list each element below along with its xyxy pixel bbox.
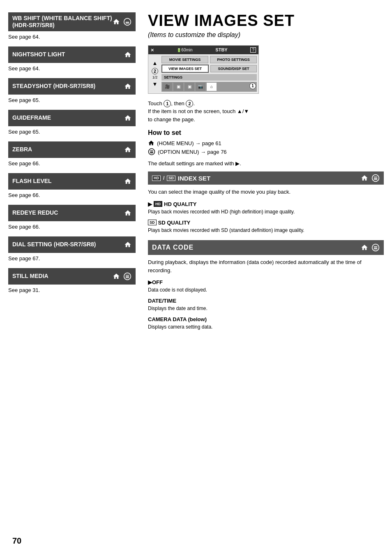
still-media-note: See page 31. (8, 287, 136, 293)
camera-ui-row1: MOVIE SETTINGS PHOTO SETTINGS (161, 56, 257, 63)
icon-btn-2: ▣ (173, 83, 183, 91)
icon-btn-1: 🎥 (162, 83, 172, 91)
date-time-item: DATE/TIME Displays the date and time. (148, 298, 384, 312)
camera-x-button: × (151, 47, 154, 53)
guideframe-note: See page 65. (8, 129, 136, 135)
default-settings-note: The default settings are marked with ▶. (148, 160, 384, 167)
option-icon-index (371, 174, 380, 182)
sd-badge: SD (167, 176, 175, 181)
index-set-icons (361, 174, 380, 182)
redeye-title: REDEYE REDUC (12, 209, 58, 216)
settings-label: SETTINGS (161, 74, 257, 81)
still-media-header: STILL MEDIA (8, 268, 136, 285)
camera-ui-content: ▲ 2 1/2 ▼ MOVIE SETTINGS PHOTO SETTINGS … (150, 56, 257, 92)
nightshot-title: NIGHTSHOT LIGHT (12, 51, 65, 58)
camera-ui-buttons: MOVIE SETTINGS PHOTO SETTINGS VIEW IMAGE… (161, 56, 257, 92)
dial-setting-header: DIAL SETTING (HDR-SR7/SR8) (8, 236, 136, 253)
circle-1-badge: 1 (249, 83, 256, 89)
arrow-down: ▼ (152, 81, 158, 87)
hd-quality-item: ▶ HD HD QUALITY Plays back movies record… (148, 201, 384, 215)
data-code-icons (361, 243, 380, 252)
page-indicator: 1/2 (152, 75, 158, 79)
off-desc: Data code is not displayed. (148, 287, 384, 294)
wb-shift-icons (113, 18, 131, 26)
zebra-header: ZEBRA (8, 141, 136, 158)
still-media-icons (113, 272, 131, 280)
guideframe-header: GUIDEFRAME (8, 110, 136, 126)
icon-btn-3: ▣ (184, 83, 194, 91)
how-to-set-section: How to set (HOME MENU) → page 61 (OPTION… (148, 129, 384, 155)
hd-default-marker: ▶ (148, 201, 152, 207)
page-title: VIEW IMAGES SET (148, 12, 384, 30)
badge-separator: / (163, 175, 164, 181)
camera-data-label: CAMERA DATA (below) (148, 316, 207, 322)
right-column: VIEW IMAGES SET (Items to customize the … (144, 12, 384, 546)
date-time-label: DATE/TIME (148, 298, 176, 304)
camera-data-title: CAMERA DATA (below) (148, 316, 384, 322)
wb-shift-header: WB SHIFT (White Balance Shift) (HDR-SR7/… (8, 12, 136, 31)
camera-stby: STBY (215, 47, 227, 52)
option-icon-2 (123, 272, 131, 280)
flash-level-title: FLASH LEVEL (12, 178, 52, 185)
movie-settings-btn: MOVIE SETTINGS (161, 56, 208, 63)
home-icon-6 (124, 178, 131, 185)
wb-shift-title: WB SHIFT (White Balance Shift) (HDR-SR7/… (12, 15, 113, 29)
sd-quality-badge: SD (148, 220, 157, 225)
home-icon-9 (113, 273, 120, 280)
camera-data-desc: Displays camera setting data. (148, 324, 384, 331)
camera-ui-bottom-icons: 🎥 ▣ ▣ 📷 ⌂ 1 (161, 82, 257, 92)
home-menu-icon (148, 140, 154, 146)
steadyshot-header: STEADYSHOT (HDR-SR7/SR8) (8, 78, 136, 95)
dial-setting-title: DIAL SETTING (HDR-SR7/SR8) (12, 241, 96, 248)
camera-battery: 🔋60min (177, 48, 192, 52)
arrow-up: ▲ (152, 60, 158, 66)
date-time-desc: Displays the date and time. (148, 305, 384, 312)
touch-line1: Touch 1, then 2. (148, 100, 384, 108)
camera-question: ? (250, 47, 256, 53)
how-to-set-title: How to set (148, 129, 384, 137)
circle-1: 1 (164, 100, 171, 107)
camera-ui-mockup: × 🔋60min STBY ? ▲ 2 1/2 ▼ (148, 45, 259, 94)
steadyshot-title: STEADYSHOT (HDR-SR7/SR8) (12, 83, 95, 90)
home-icon-5 (124, 146, 131, 153)
home-icon-7 (124, 209, 131, 217)
zebra-note: See page 66. (8, 160, 136, 167)
steadyshot-icons (124, 83, 131, 90)
camera-ui-row2: VIEW IMAGES SET SOUND/DISP SET (161, 65, 257, 73)
sd-quality-item: SD SD QUALITY Plays back movies recorded… (148, 220, 384, 234)
page-number: 70 (12, 536, 21, 546)
circle-2: 2 (186, 100, 193, 107)
wb-shift-note: See page 64. (8, 34, 136, 40)
hd-quality-desc: Plays back movies recorded with HD (high… (148, 208, 384, 215)
option-menu-item: (OPTION MENU) → page 76 (148, 148, 384, 155)
data-code-title: DATA CODE (152, 244, 194, 251)
zebra-title: ZEBRA (12, 146, 32, 153)
redeye-note: See page 66. (8, 224, 136, 230)
icon-btn-5-home: ⌂ (207, 83, 217, 91)
home-icon-8 (124, 241, 131, 248)
off-label: ▶OFF (148, 279, 163, 285)
index-set-label: INDEX SET (178, 175, 210, 182)
home-menu-text: (HOME MENU) → page 61 (157, 140, 221, 146)
page-subtitle: (Items to customize the display) (148, 31, 384, 39)
left-column: WB SHIFT (White Balance Shift) (HDR-SR7/… (8, 12, 144, 546)
flash-level-icons (124, 178, 131, 185)
redeye-icons (124, 209, 131, 217)
circle-2-badge: 2 (152, 68, 158, 74)
camera-data-item: CAMERA DATA (below) Displays camera sett… (148, 316, 384, 331)
hd-badge: HD (152, 176, 161, 181)
index-set-description: You can select the image quality of the … (148, 188, 384, 196)
nightshot-icons (124, 51, 131, 58)
option-menu-icon (148, 148, 155, 155)
still-media-title: STILL MEDIA (12, 273, 48, 280)
touch-line2: If the item is not on the screen, touch … (148, 107, 384, 116)
nightshot-note: See page 64. (8, 65, 136, 72)
nightshot-header: NIGHTSHOT LIGHT (8, 46, 136, 63)
home-icon-2 (124, 51, 131, 58)
redeye-header: REDEYE REDUC (8, 205, 136, 221)
steadyshot-note: See page 65. (8, 97, 136, 103)
sd-quality-title: SD SD QUALITY (148, 220, 384, 226)
touch-instruction: Touch 1, then 2. If the item is not on t… (148, 100, 384, 124)
home-icon-4 (124, 114, 131, 122)
guideframe-icons (124, 114, 131, 122)
